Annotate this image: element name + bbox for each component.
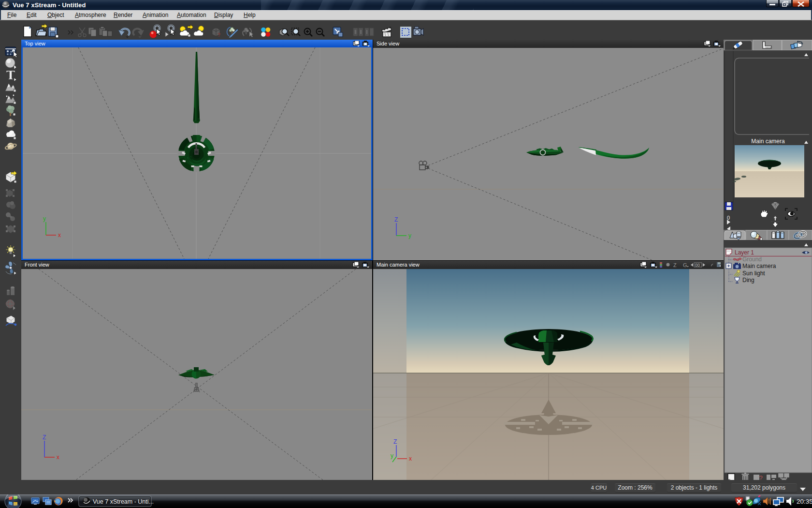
svg-text:20:35: 20:35: [797, 498, 812, 505]
svg-text:Layer 1: Layer 1: [735, 249, 754, 256]
svg-text:0: 0: [727, 215, 730, 221]
svg-text:x: x: [409, 455, 412, 462]
svg-text:?: ?: [759, 474, 763, 480]
svg-text:Main camera: Main camera: [751, 138, 785, 145]
svg-text:G: G: [683, 262, 687, 268]
svg-text:Sun light: Sun light: [742, 270, 765, 277]
svg-text:00: 00: [695, 263, 700, 268]
svg-text:Ground: Ground: [742, 256, 762, 263]
svg-text:Main camera: Main camera: [742, 263, 776, 269]
svg-text:Vue 7 xStream - Unti...: Vue 7 xStream - Unti...: [93, 498, 154, 505]
svg-text:x: x: [57, 454, 59, 461]
svg-text:x: x: [58, 232, 61, 239]
svg-text:?: ?: [218, 32, 220, 38]
svg-text:Ding: Ding: [742, 277, 754, 284]
svg-text:y: y: [43, 215, 46, 222]
svg-text:Z: Z: [394, 216, 398, 223]
svg-text:Z: Z: [43, 434, 46, 441]
svg-text:y: y: [391, 452, 393, 459]
svg-text:Z: Z: [673, 262, 677, 268]
svg-text:y: y: [408, 232, 411, 239]
svg-text:Z: Z: [393, 438, 397, 445]
